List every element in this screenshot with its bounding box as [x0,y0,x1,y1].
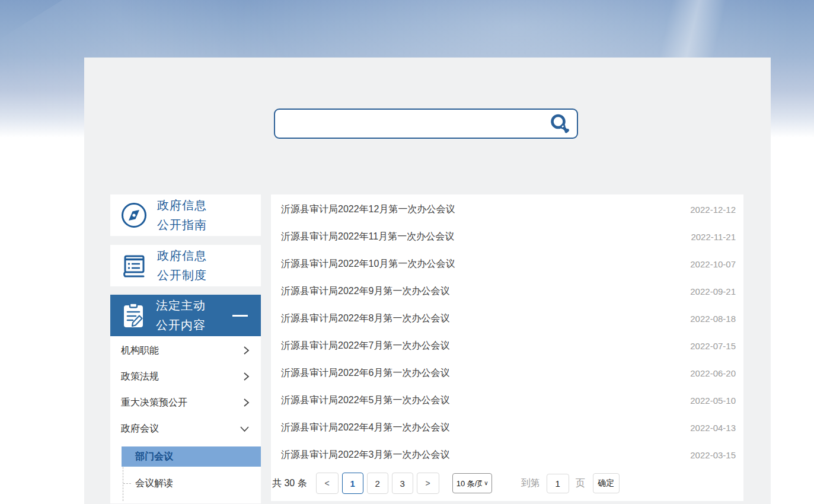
article-date: 2022-09-21 [690,286,736,296]
sidebar-card-gov-info-guide[interactable]: 政府信息 公开指南 [110,194,261,236]
list-item: 沂源县审计局2022年3月第一次办公会议 2022-03-15 [271,441,743,468]
article-date: 2022-04-13 [690,423,736,433]
sidebar-card-gov-info-system[interactable]: 政府信息 公开制度 [110,245,261,286]
article-date: 2022-07-15 [690,341,736,351]
list-item: 沂源县审计局2022年11月第一次办公会议 2022-11-21 [271,223,743,250]
sidebar-card-statutory-disclosure[interactable]: 法定主动 公开内容 [110,295,261,336]
page-button-1[interactable]: 1 [342,473,363,494]
pagination-bar: 共 30 条 < 1 2 3 > 10 条/页 ∨ 到第 页 确定 [271,471,743,495]
submenu-item-label: 会议解读 [135,477,173,490]
article-link[interactable]: 沂源县审计局2022年6月第一次办公会议 [281,367,450,379]
clipboard-edit-icon [120,301,147,330]
page: 政府信息 公开指南 政府信息 [0,0,814,504]
content-panel: 政府信息 公开指南 政府信息 [84,58,771,504]
article-link[interactable]: 沂源县审计局2022年3月第一次办公会议 [281,449,450,461]
menu-item-label: 机构职能 [121,344,159,357]
menu-item-label: 政策法规 [121,371,159,383]
sidebar-item-department-meetings[interactable]: 部门会议 [122,446,261,467]
collapse-minus-icon[interactable] [232,315,248,317]
sidebar-card-label: 法定主动 公开内容 [156,296,206,335]
article-list: 沂源县审计局2022年12月第一次办公会议 2022-12-12 沂源县审计局2… [271,194,743,501]
sidebar-item-meeting-interpretation[interactable]: 会议解读 [110,470,261,496]
article-date: 2022-11-21 [691,232,736,242]
sidebar-item-policies[interactable]: 政策法规 [110,363,261,390]
compass-icon [120,201,148,229]
list-item: 沂源县审计局2022年9月第一次办公会议 2022-09-21 [271,277,743,305]
article-link[interactable]: 沂源县审计局2022年4月第一次办公会议 [281,422,450,434]
sidebar-item-org-functions[interactable]: 机构职能 [110,337,261,363]
search-magnifier-icon [549,113,570,135]
confirm-button[interactable]: 确定 [593,473,620,493]
page-size-select-wrap: 10 条/页 ∨ [452,473,492,493]
article-link[interactable]: 沂源县审计局2022年11月第一次办公会议 [281,231,454,243]
article-date: 2022-08-18 [690,314,736,324]
chevron-right-icon [243,346,250,355]
chevron-down-icon [240,426,250,432]
article-date: 2022-05-10 [690,395,736,406]
sidebar-menu: 机构职能 政策法规 重大决策预公开 [110,336,261,503]
sidebar-card-label: 政府信息 公开指南 [157,196,207,235]
sidebar-card-label: 政府信息 公开制度 [157,246,207,285]
article-link[interactable]: 沂源县审计局2022年7月第一次办公会议 [281,340,450,352]
page-button-2[interactable]: 2 [367,473,388,494]
article-date: 2022-12-12 [690,205,736,215]
article-link[interactable]: 沂源县审计局2022年5月第一次办公会议 [281,394,450,407]
next-page-button[interactable]: > [417,473,439,494]
list-item: 沂源县审计局2022年12月第一次办公会议 2022-12-12 [271,196,743,223]
article-link[interactable]: 沂源县审计局2022年8月第一次办公会议 [281,312,450,325]
submenu-item-label: 部门会议 [135,451,173,463]
tree-dash-connector [123,483,131,484]
search-button[interactable] [542,110,577,138]
list-item: 沂源县审计局2022年8月第一次办公会议 2022-08-18 [271,305,743,332]
list-item: 沂源县审计局2022年4月第一次办公会议 2022-04-13 [271,414,743,441]
goto-page-prefix: 到第 [521,477,540,490]
article-link[interactable]: 沂源县审计局2022年12月第一次办公会议 [281,203,455,216]
article-date: 2022-06-20 [690,368,736,378]
notebook-icon [120,251,148,280]
sidebar-item-gov-meetings[interactable]: 政府会议 [110,416,261,442]
article-link[interactable]: 沂源县审计局2022年9月第一次办公会议 [281,285,450,298]
list-item: 沂源县审计局2022年7月第一次办公会议 2022-07-15 [271,332,743,359]
prev-page-button[interactable]: < [316,473,339,494]
article-link[interactable]: 沂源县审计局2022年10月第一次办公会议 [281,258,455,270]
sidebar: 政府信息 公开指南 政府信息 [110,194,261,503]
menu-item-label: 重大决策预公开 [121,397,187,409]
list-item: 沂源县审计局2022年6月第一次办公会议 2022-06-20 [271,359,743,387]
list-item: 沂源县审计局2022年10月第一次办公会议 2022-10-07 [271,250,743,277]
chevron-right-icon [243,372,250,381]
article-date: 2022-03-15 [690,450,736,460]
goto-page-suffix: 页 [576,477,585,490]
article-date: 2022-10-07 [690,259,736,269]
search-input[interactable] [275,110,542,138]
gov-meetings-submenu: 部门会议 会议解读 [110,446,261,496]
chevron-right-icon [243,398,250,407]
goto-page-input[interactable] [547,474,569,493]
menu-item-label: 政府会议 [121,423,159,435]
search-bar [274,109,578,139]
page-button-3[interactable]: 3 [392,473,413,494]
sidebar-item-major-decisions[interactable]: 重大决策预公开 [110,390,261,416]
list-item: 沂源县审计局2022年5月第一次办公会议 2022-05-10 [271,387,743,414]
page-size-select[interactable]: 10 条/页 [452,473,492,493]
total-count-label: 共 30 条 [272,477,307,490]
